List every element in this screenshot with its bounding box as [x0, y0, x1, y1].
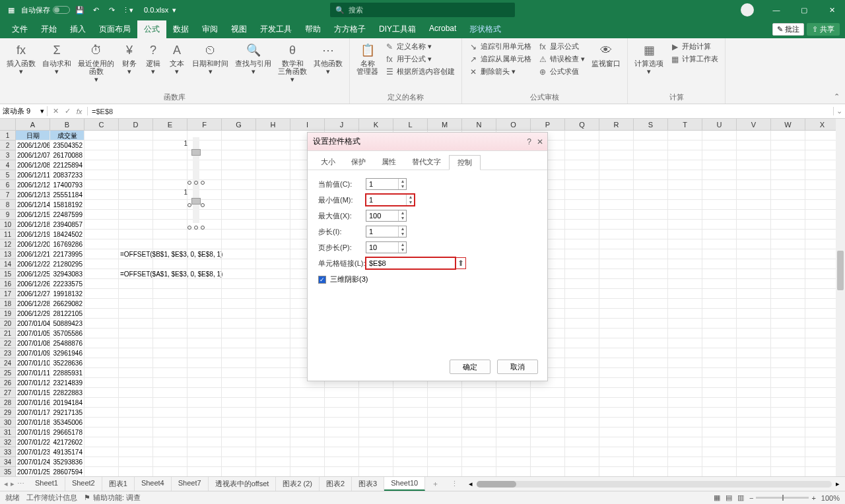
dialog-tab[interactable]: 保护 — [343, 155, 374, 170]
cell[interactable] — [222, 427, 256, 437]
cell[interactable] — [599, 427, 634, 437]
cell[interactable] — [771, 388, 805, 398]
cell[interactable] — [325, 398, 359, 408]
cell[interactable] — [702, 190, 737, 200]
cell[interactable] — [737, 388, 771, 398]
page-input[interactable]: 10▴▾ — [366, 241, 407, 253]
cell[interactable] — [187, 358, 222, 368]
col-header[interactable]: B — [50, 119, 84, 130]
cell[interactable] — [599, 457, 634, 467]
cell[interactable] — [153, 210, 187, 220]
cell[interactable] — [119, 418, 153, 427]
cell[interactable]: 20194184 — [50, 398, 84, 408]
cell[interactable] — [599, 398, 634, 408]
cell[interactable] — [187, 388, 222, 398]
cell[interactable] — [84, 427, 119, 437]
cell[interactable]: 2006/12/26 — [16, 279, 50, 289]
cell[interactable]: 2007/01/04 — [16, 319, 50, 329]
cell[interactable] — [153, 180, 187, 190]
cell[interactable] — [119, 368, 153, 378]
cell[interactable] — [359, 388, 393, 398]
cell[interactable] — [771, 279, 805, 289]
cell[interactable] — [668, 269, 702, 279]
cell[interactable] — [702, 299, 737, 309]
cell[interactable] — [256, 160, 290, 170]
cell[interactable] — [393, 418, 428, 427]
cell[interactable] — [222, 190, 256, 200]
cell[interactable]: 2007/01/23 — [16, 447, 50, 457]
cell[interactable] — [565, 289, 599, 299]
cell[interactable] — [805, 160, 840, 170]
cell[interactable] — [805, 329, 840, 338]
col-header[interactable]: R — [599, 119, 634, 130]
cell[interactable] — [153, 160, 187, 170]
cell[interactable] — [84, 150, 119, 160]
cell[interactable] — [599, 180, 634, 190]
cell[interactable] — [290, 418, 325, 427]
cell[interactable] — [256, 329, 290, 338]
cell[interactable] — [737, 457, 771, 467]
cell[interactable] — [668, 220, 702, 230]
cell[interactable] — [393, 457, 428, 467]
menu-tab-3[interactable]: 页面布局 — [92, 20, 137, 38]
cell[interactable] — [153, 368, 187, 378]
cell[interactable] — [668, 329, 702, 338]
cell[interactable] — [119, 170, 153, 180]
cell[interactable] — [805, 220, 840, 230]
cell[interactable] — [462, 467, 496, 476]
cell[interactable] — [84, 269, 119, 279]
cell[interactable] — [222, 259, 256, 269]
cell[interactable] — [634, 131, 668, 141]
cell[interactable] — [702, 220, 737, 230]
col-header[interactable]: G — [222, 119, 256, 130]
cell[interactable] — [634, 230, 668, 239]
cell[interactable] — [256, 388, 290, 398]
cell[interactable] — [805, 447, 840, 457]
cell[interactable] — [634, 398, 668, 408]
row-header[interactable]: 14 — [0, 259, 16, 269]
col-header[interactable]: U — [702, 119, 737, 130]
insert-fn[interactable]: fx插入函数▾ — [4, 41, 38, 92]
menu-tab-0[interactable]: 文件 — [5, 20, 34, 38]
cell[interactable] — [496, 388, 531, 398]
cell[interactable] — [256, 279, 290, 289]
cell[interactable] — [153, 418, 187, 427]
cell[interactable] — [634, 408, 668, 418]
menu-tab-7[interactable]: 视图 — [224, 20, 254, 38]
cell[interactable] — [222, 447, 256, 457]
cell[interactable] — [771, 368, 805, 378]
cell[interactable] — [668, 299, 702, 309]
math[interactable]: θ数学和三角函数▾ — [275, 41, 310, 92]
cell[interactable] — [668, 319, 702, 329]
cell[interactable] — [771, 418, 805, 427]
cell[interactable] — [702, 160, 737, 170]
cell[interactable] — [702, 230, 737, 239]
menu-tab-2[interactable]: 插入 — [63, 20, 92, 38]
cell[interactable] — [84, 319, 119, 329]
cell[interactable] — [565, 249, 599, 259]
cell[interactable] — [153, 329, 187, 338]
cell[interactable] — [84, 348, 119, 358]
cell[interactable] — [771, 210, 805, 220]
menu-tab-8[interactable]: 开发工具 — [254, 20, 298, 38]
cell[interactable] — [805, 427, 840, 437]
cell[interactable] — [256, 348, 290, 358]
audit-item[interactable]: ⚠错误检查 ▾ — [535, 53, 588, 65]
cell[interactable] — [222, 457, 256, 467]
cell[interactable] — [565, 348, 599, 358]
cell[interactable]: 22885931 — [50, 368, 84, 378]
cell[interactable] — [256, 220, 290, 230]
step-input[interactable]: 1▴▾ — [366, 226, 407, 237]
row-header[interactable]: 28 — [0, 398, 16, 408]
cell[interactable] — [702, 427, 737, 437]
cell[interactable] — [634, 141, 668, 150]
audit-item[interactable]: fx显示公式 — [535, 41, 588, 52]
sheet-tab[interactable]: 图表1 — [102, 477, 135, 491]
cell[interactable] — [771, 220, 805, 230]
cell[interactable] — [119, 220, 153, 230]
cell[interactable] — [153, 358, 187, 368]
cell[interactable] — [531, 408, 565, 418]
dialog-tab[interactable]: 替代文字 — [404, 155, 449, 170]
cell[interactable] — [737, 131, 771, 141]
cell[interactable] — [771, 319, 805, 329]
